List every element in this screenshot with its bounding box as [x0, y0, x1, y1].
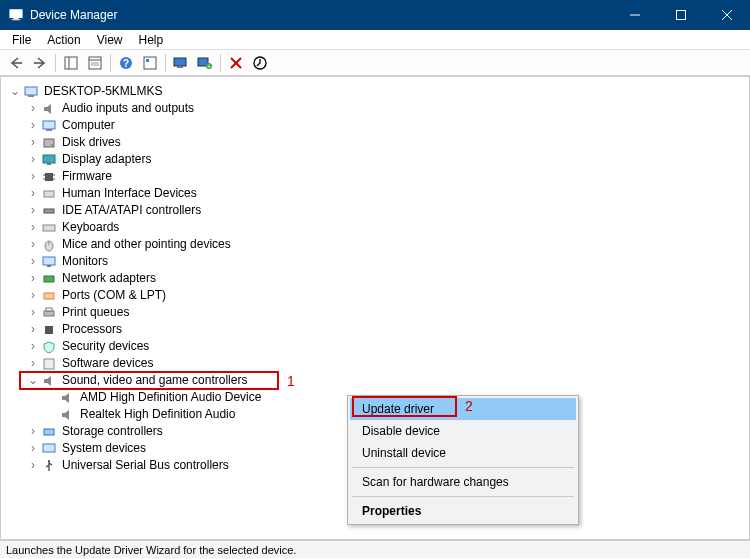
- ctx-scan-hardware[interactable]: Scan for hardware changes: [350, 471, 576, 493]
- menu-action[interactable]: Action: [39, 31, 88, 49]
- tree-item-mice[interactable]: ›Mice and other pointing devices: [5, 236, 745, 253]
- computer-icon: [23, 84, 39, 100]
- tree-item-ide[interactable]: ›IDE ATA/ATAPI controllers: [5, 202, 745, 219]
- chevron-right-icon[interactable]: ›: [27, 321, 39, 338]
- hid-icon: [41, 186, 57, 202]
- printer-icon: [41, 305, 57, 321]
- maximize-button[interactable]: [658, 0, 704, 30]
- tree-item-processors[interactable]: ›Processors: [5, 321, 745, 338]
- svg-text:?: ?: [123, 58, 129, 69]
- svg-point-32: [51, 144, 53, 146]
- tree-item-label: Software devices: [62, 355, 153, 372]
- tree-item-ports[interactable]: ›Ports (COM & LPT): [5, 287, 745, 304]
- tree-item-sound[interactable]: ⌄Sound, video and game controllers: [5, 372, 745, 389]
- svg-rect-9: [65, 57, 77, 69]
- svg-rect-2: [12, 19, 21, 20]
- tree-item-software[interactable]: ›Software devices: [5, 355, 745, 372]
- chevron-right-icon[interactable]: ›: [27, 100, 39, 117]
- chevron-right-icon[interactable]: ›: [27, 168, 39, 185]
- chevron-down-icon[interactable]: ⌄: [9, 83, 21, 100]
- chevron-right-icon[interactable]: ›: [27, 185, 39, 202]
- svg-rect-55: [43, 444, 55, 452]
- chevron-right-icon[interactable]: ›: [27, 219, 39, 236]
- svg-rect-30: [46, 129, 52, 131]
- tree-item-label: Ports (COM & LPT): [62, 287, 166, 304]
- tree-item-label: Sound, video and game controllers: [62, 372, 247, 389]
- tree-item-network[interactable]: ›Network adapters: [5, 270, 745, 287]
- cpu-icon: [41, 322, 57, 338]
- add-legacy-button[interactable]: +: [193, 52, 217, 74]
- tree-item-print[interactable]: ›Print queues: [5, 304, 745, 321]
- menu-file[interactable]: File: [4, 31, 39, 49]
- svg-rect-20: [177, 66, 183, 68]
- chevron-right-icon[interactable]: ›: [27, 236, 39, 253]
- tree-item-monitors[interactable]: ›Monitors: [5, 253, 745, 270]
- tree-item-disk[interactable]: ›Disk drives: [5, 134, 745, 151]
- ctx-update-driver[interactable]: Update driver: [350, 398, 576, 420]
- tree-item-firmware[interactable]: ›Firmware: [5, 168, 745, 185]
- svg-rect-48: [44, 276, 54, 282]
- svg-rect-52: [45, 326, 53, 334]
- tree-item-label: Realtek High Definition Audio: [80, 406, 235, 423]
- update-driver-button[interactable]: [248, 52, 272, 74]
- chevron-right-icon[interactable]: ›: [27, 202, 39, 219]
- chevron-right-icon[interactable]: ›: [27, 457, 39, 474]
- chevron-down-icon[interactable]: ⌄: [27, 372, 39, 389]
- chevron-right-icon[interactable]: ›: [27, 270, 39, 287]
- show-hide-tree-button[interactable]: [59, 52, 83, 74]
- app-icon: [8, 7, 24, 23]
- action-button[interactable]: [138, 52, 162, 74]
- network-icon: [41, 271, 57, 287]
- close-button[interactable]: [704, 0, 750, 30]
- tree-item-label: IDE ATA/ATAPI controllers: [62, 202, 201, 219]
- uninstall-button[interactable]: [224, 52, 248, 74]
- chevron-right-icon[interactable]: ›: [27, 287, 39, 304]
- tree-item-hid[interactable]: ›Human Interface Devices: [5, 185, 745, 202]
- keyboard-icon: [41, 220, 57, 236]
- tree-item-display[interactable]: ›Display adapters: [5, 151, 745, 168]
- menu-help[interactable]: Help: [131, 31, 172, 49]
- scan-hardware-button[interactable]: [169, 52, 193, 74]
- svg-rect-54: [44, 429, 54, 435]
- tree-item-label: Display adapters: [62, 151, 151, 168]
- menu-view[interactable]: View: [89, 31, 131, 49]
- svg-rect-40: [44, 191, 54, 197]
- toolbar-separator: [55, 54, 56, 72]
- help-button[interactable]: ?: [114, 52, 138, 74]
- svg-rect-18: [146, 59, 149, 62]
- svg-rect-17: [144, 57, 156, 69]
- svg-rect-51: [46, 308, 52, 311]
- device-tree[interactable]: ⌄ DESKTOP-5KMLMKS ›Audio inputs and outp…: [0, 76, 750, 540]
- back-button[interactable]: [4, 52, 28, 74]
- tree-root[interactable]: ⌄ DESKTOP-5KMLMKS: [5, 83, 745, 100]
- speaker-icon: [41, 373, 57, 389]
- tree-item-label: Human Interface Devices: [62, 185, 197, 202]
- toolbar: ? +: [0, 50, 750, 76]
- tree-item-computer[interactable]: ›Computer: [5, 117, 745, 134]
- svg-rect-34: [47, 163, 51, 165]
- chevron-right-icon[interactable]: ›: [27, 304, 39, 321]
- properties-button[interactable]: [83, 52, 107, 74]
- chevron-right-icon[interactable]: ›: [27, 134, 39, 151]
- forward-button[interactable]: [28, 52, 52, 74]
- chevron-right-icon[interactable]: ›: [27, 338, 39, 355]
- tree-item-audio-io[interactable]: ›Audio inputs and outputs: [5, 100, 745, 117]
- computer-icon: [41, 118, 57, 134]
- chevron-right-icon[interactable]: ›: [27, 355, 39, 372]
- tree-item-label: Firmware: [62, 168, 112, 185]
- chevron-right-icon[interactable]: ›: [27, 440, 39, 457]
- chevron-right-icon[interactable]: ›: [27, 117, 39, 134]
- svg-rect-46: [43, 257, 55, 265]
- tree-item-label: Processors: [62, 321, 122, 338]
- ctx-uninstall-device[interactable]: Uninstall device: [350, 442, 576, 464]
- svg-rect-41: [44, 209, 54, 213]
- tree-item-security[interactable]: ›Security devices: [5, 338, 745, 355]
- tree-item-keyboards[interactable]: ›Keyboards: [5, 219, 745, 236]
- chevron-right-icon[interactable]: ›: [27, 253, 39, 270]
- chevron-right-icon[interactable]: ›: [27, 151, 39, 168]
- ctx-properties[interactable]: Properties: [350, 500, 576, 522]
- port-icon: [41, 288, 57, 304]
- minimize-button[interactable]: [612, 0, 658, 30]
- chevron-right-icon[interactable]: ›: [27, 423, 39, 440]
- ctx-disable-device[interactable]: Disable device: [350, 420, 576, 442]
